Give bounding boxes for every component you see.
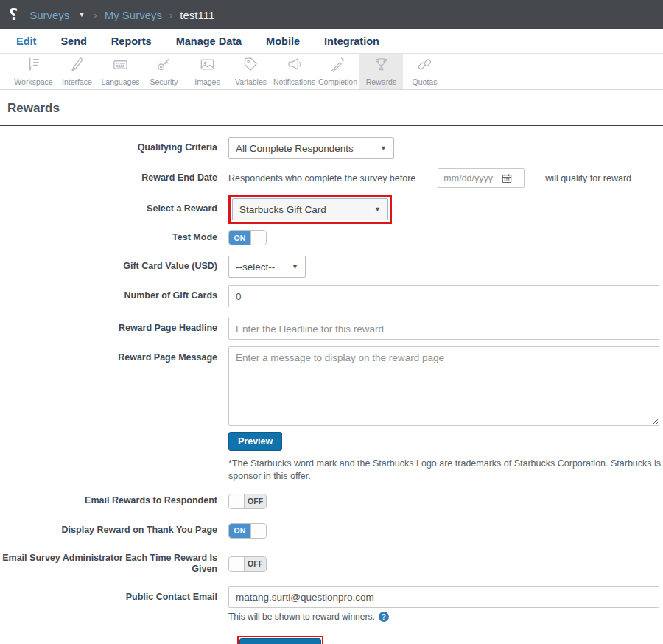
tab-integration[interactable]: Integration — [324, 35, 379, 47]
keyboard-icon — [112, 56, 129, 76]
chevron-down-icon: ▼ — [380, 144, 387, 152]
toolbar-item-label: Quotas — [413, 77, 438, 86]
page-title: Rewards — [7, 101, 656, 116]
toolbar-item-label: Images — [194, 77, 220, 86]
red-annotation-box-select-reward: Starbucks Gift Card ▼ — [228, 195, 392, 224]
toolbar-item-variables[interactable]: Variables — [229, 54, 273, 89]
toolbar-item-notifications[interactable]: Notifications — [273, 54, 316, 89]
reward-end-date-field[interactable] — [438, 168, 525, 188]
toolbar-item-security[interactable]: Security — [142, 54, 186, 89]
pencil-list-icon — [25, 56, 42, 76]
reward-end-date-prefix-text: Respondents who complete the survey befo… — [228, 173, 415, 183]
email-rewards-toggle[interactable]: OFF — [228, 494, 267, 509]
toolbar-item-label: Workspace — [14, 77, 52, 86]
qualifying-criteria-value: All Complete Respondents — [236, 143, 354, 154]
tab-manage-data[interactable]: Manage Data — [176, 35, 242, 47]
toggle-knob — [250, 524, 266, 538]
select-reward-label: Select a Reward — [0, 203, 228, 215]
preview-button[interactable]: Preview — [228, 432, 282, 451]
tab-send[interactable]: Send — [60, 35, 86, 47]
public-contact-email-input[interactable] — [228, 586, 659, 608]
key-icon — [155, 56, 172, 76]
breadcrumb-surveys[interactable]: Surveys — [29, 9, 69, 21]
toggle-knob — [250, 231, 266, 245]
breadcrumb-my-surveys[interactable]: My Surveys — [105, 9, 162, 21]
select-reward-value: Starbucks Gift Card — [239, 204, 326, 215]
chain-link-icon — [416, 56, 433, 76]
trophy-icon — [373, 56, 390, 76]
toggle-off-label: OFF — [245, 494, 266, 508]
gift-card-value-label: Gift Card Value (USD) — [0, 261, 228, 273]
main-nav-tabs: Edit Send Reports Manage Data Mobile Int… — [0, 29, 663, 54]
test-mode-toggle[interactable]: ON — [228, 230, 267, 245]
toggle-knob — [229, 557, 245, 571]
reward-page-headline-input[interactable] — [228, 318, 659, 340]
gift-card-value-select[interactable]: --select-- ▼ — [228, 256, 306, 278]
red-annotation-box-save: Save Changes — [237, 636, 323, 644]
toolbar-item-workspace[interactable]: Workspace — [12, 54, 55, 89]
toolbar-item-label: Completion — [318, 77, 357, 86]
toolbar-item-images[interactable]: Images — [186, 54, 229, 89]
edit-section-toolbar: Workspace Interface Languages Security I… — [0, 54, 663, 90]
disclaimer-line-1: *The Starbucks word mark and the Starbuc… — [228, 458, 663, 470]
starbucks-disclaimer-text: *The Starbucks word mark and the Starbuc… — [228, 458, 663, 483]
toolbar-item-label: Languages — [102, 77, 140, 86]
picture-icon — [199, 56, 216, 76]
public-contact-email-helper-text: This will be shown to reward winners. — [228, 612, 375, 622]
toggle-off-label: OFF — [245, 557, 266, 571]
reward-end-date-label: Reward End Date — [0, 172, 228, 184]
number-of-gift-cards-input[interactable] — [228, 285, 659, 307]
toolbar-item-label: Notifications — [273, 77, 315, 86]
display-reward-thank-you-label: Display Reward on Thank You Page — [0, 525, 228, 536]
chevron-down-icon: ▼ — [374, 206, 381, 213]
chevron-down-icon: ▼ — [292, 263, 298, 270]
questionpro-logo-icon[interactable]: ? — [9, 6, 18, 24]
email-rewards-to-respondent-label: Email Rewards to Respondent — [0, 495, 228, 507]
reward-page-message-label: Reward Page Message — [0, 346, 228, 364]
surveys-dropdown-caret-icon[interactable]: ▼ — [78, 11, 85, 18]
toolbar-item-completion[interactable]: Completion — [316, 54, 359, 89]
disclaimer-line-2: sponsor in this offer. — [228, 470, 663, 483]
rewards-form: Qualifying Criteria All Complete Respond… — [0, 126, 663, 644]
magic-wand-icon — [329, 56, 346, 76]
qualifying-criteria-select[interactable]: All Complete Respondents ▼ — [228, 137, 394, 159]
test-mode-label: Test Mode — [0, 232, 228, 244]
breadcrumb-separator: › — [94, 10, 97, 21]
save-changes-button[interactable]: Save Changes — [239, 638, 321, 644]
toolbar-item-label: Rewards — [366, 77, 396, 86]
display-reward-toggle[interactable]: ON — [228, 523, 267, 539]
toolbar-item-rewards[interactable]: Rewards — [359, 54, 403, 89]
breadcrumb-separator: › — [169, 10, 172, 21]
reward-page-headline-label: Reward Page Headline — [0, 323, 228, 335]
select-reward-select[interactable]: Starbucks Gift Card ▼ — [232, 198, 388, 220]
toggle-knob — [229, 494, 245, 508]
toggle-on-label: ON — [229, 524, 250, 538]
toolbar-item-languages[interactable]: Languages — [99, 54, 142, 89]
qualifying-criteria-label: Qualifying Criteria — [0, 142, 228, 154]
tab-edit[interactable]: Edit — [16, 35, 36, 47]
toolbar-item-label: Variables — [235, 77, 267, 86]
help-question-icon[interactable]: ? — [379, 612, 389, 622]
toolbar-item-label: Security — [150, 77, 178, 86]
reward-page-message-textarea[interactable] — [228, 346, 659, 426]
number-of-gift-cards-label: Number of Gift Cards — [0, 290, 228, 302]
top-header-bar: ? Surveys ▼ › My Surveys › test111 — [0, 0, 663, 29]
pen-icon — [69, 56, 85, 76]
toolbar-item-interface[interactable]: Interface — [55, 54, 99, 89]
footer-dashed-divider — [0, 631, 663, 631]
email-survey-administrator-label: Email Survey Administrator Each Time Rew… — [0, 553, 228, 575]
gift-card-value-value: --select-- — [236, 262, 275, 273]
reward-end-date-input[interactable] — [443, 169, 498, 186]
toolbar-item-quotas[interactable]: Quotas — [403, 54, 446, 89]
tab-reports[interactable]: Reports — [111, 35, 152, 47]
calendar-icon[interactable] — [502, 173, 512, 183]
tab-mobile[interactable]: Mobile — [266, 35, 300, 47]
toolbar-item-label: Interface — [62, 77, 92, 86]
reward-end-date-suffix-text: will qualify for reward — [545, 173, 631, 183]
public-contact-email-label: Public Contact Email — [0, 586, 228, 603]
toggle-on-label: ON — [229, 231, 250, 245]
megaphone-icon — [286, 56, 303, 76]
tag-icon — [242, 56, 259, 76]
breadcrumb-survey-name[interactable]: test111 — [180, 9, 214, 21]
email-survey-administrator-toggle[interactable]: OFF — [228, 556, 267, 572]
